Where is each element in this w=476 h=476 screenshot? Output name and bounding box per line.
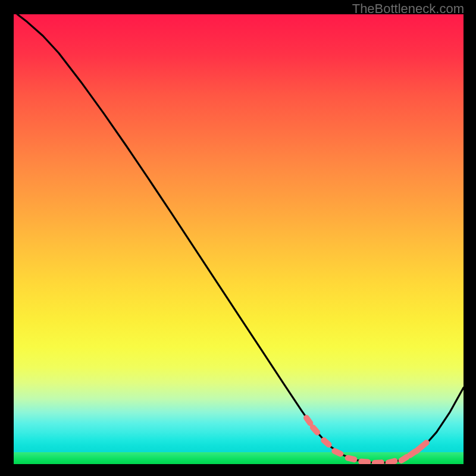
marker-pill — [345, 455, 358, 464]
attribution-label: TheBottleneck.com — [352, 1, 464, 17]
marker-pill — [372, 459, 385, 464]
marker-pill — [358, 459, 371, 464]
highlight-markers — [302, 414, 431, 464]
curve-line — [17, 14, 464, 463]
chart-overlay — [14, 14, 464, 464]
marker-pill — [385, 458, 399, 464]
